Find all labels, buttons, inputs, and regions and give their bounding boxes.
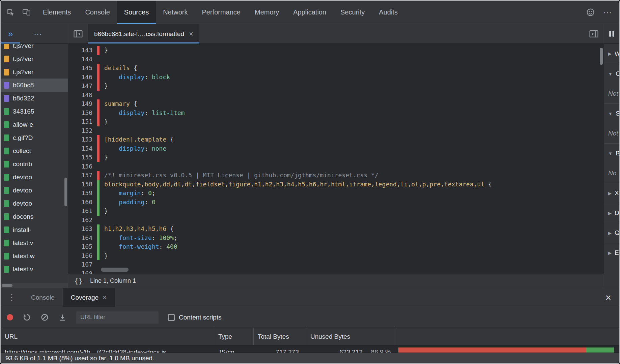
show-navigator-icon[interactable] xyxy=(68,24,88,43)
file-tab[interactable]: b66bc881.site-l….css:formatted × xyxy=(88,24,199,43)
pretty-print-icon[interactable]: {} xyxy=(74,277,83,285)
line-number[interactable]: 160 xyxy=(68,198,97,207)
debugger-section-header[interactable]: ▼B xyxy=(604,143,619,163)
pause-script-icon[interactable] xyxy=(608,30,615,38)
file-tree-item[interactable]: c.gif?D xyxy=(1,131,68,144)
content-scripts-checkbox[interactable] xyxy=(168,314,175,321)
debugger-section-header[interactable]: ▶D xyxy=(604,203,619,223)
panel-tab-performance[interactable]: Performance xyxy=(195,1,248,24)
line-number[interactable]: 145 xyxy=(68,64,97,73)
line-number[interactable]: 143 xyxy=(68,46,97,55)
file-tree-item[interactable]: latest.v xyxy=(1,236,68,249)
line-number[interactable]: 162 xyxy=(68,216,97,225)
export-icon[interactable] xyxy=(58,313,67,322)
panel-tab-network[interactable]: Network xyxy=(156,1,195,24)
tree-vertical-scrollbar[interactable] xyxy=(64,178,67,206)
navigator-overflow-tab[interactable]: » xyxy=(1,24,20,43)
line-number[interactable]: 150 xyxy=(68,109,97,118)
file-tree-item[interactable]: collect xyxy=(1,144,68,157)
show-debugger-sidebar-icon[interactable] xyxy=(584,24,604,43)
drawer-tab-console[interactable]: Console xyxy=(23,288,63,307)
tree-horizontal-scrollbar-thumb[interactable] xyxy=(2,284,12,287)
editor-horizontal-scrollbar[interactable] xyxy=(101,268,129,272)
line-number[interactable]: 151 xyxy=(68,117,97,126)
record-button[interactable] xyxy=(7,314,13,321)
url-filter-input[interactable] xyxy=(76,311,159,324)
column-header-type[interactable]: Type xyxy=(214,328,254,345)
line-number[interactable]: 166 xyxy=(68,251,97,261)
debugger-section-header[interactable]: ▶W xyxy=(604,44,619,64)
column-header-total[interactable]: Total Bytes xyxy=(254,328,306,345)
file-tree-item[interactable]: b8d322 xyxy=(1,92,68,105)
column-header-usage-bar[interactable] xyxy=(395,328,619,345)
file-tree-item[interactable]: allow-e xyxy=(1,118,68,131)
line-number[interactable]: 167 xyxy=(68,260,97,269)
debugger-section-header[interactable]: ▼S xyxy=(604,103,619,123)
file-tree-item[interactable]: contrib xyxy=(1,157,68,171)
navigator-more-icon[interactable]: ⋯ xyxy=(20,24,56,43)
line-number[interactable]: 163 xyxy=(68,224,97,234)
table-row[interactable]: https://docs.microsoft.com/-/th…/42c0dd3… xyxy=(1,345,619,353)
code-token: 100% xyxy=(159,234,174,241)
panel-tab-security[interactable]: Security xyxy=(333,1,372,24)
file-tree-item[interactable]: b66bc8 xyxy=(1,79,68,92)
line-number[interactable]: 164 xyxy=(68,234,97,243)
line-number[interactable]: 161 xyxy=(68,207,97,216)
line-number[interactable]: 154 xyxy=(68,144,97,153)
panel-tab-console[interactable]: Console xyxy=(78,1,117,24)
code-text: summary { xyxy=(104,99,137,109)
file-tree-item[interactable]: latest.w xyxy=(1,249,68,263)
file-tree-item[interactable]: t.js?ver xyxy=(1,52,68,65)
panel-tab-sources[interactable]: Sources xyxy=(117,1,156,24)
line-number[interactable]: 146 xyxy=(68,73,97,82)
drawer-tab-coverage[interactable]: Coverage× xyxy=(63,288,115,307)
column-header-url[interactable]: URL xyxy=(1,328,214,345)
file-tree-item-label: latest.v xyxy=(13,266,33,273)
tree-horizontal-scrollbar[interactable] xyxy=(1,283,68,288)
line-number[interactable]: 158 xyxy=(68,180,97,189)
panel-tab-memory[interactable]: Memory xyxy=(248,1,286,24)
line-number[interactable]: 165 xyxy=(68,242,97,251)
panel-tab-audits[interactable]: Audits xyxy=(372,1,405,24)
debugger-section-header[interactable]: ▶E xyxy=(604,243,619,263)
line-number[interactable]: 152 xyxy=(68,126,97,135)
main-menu-icon[interactable]: ⋯ xyxy=(603,8,613,17)
file-tree-item[interactable]: t.js?ver xyxy=(1,65,68,79)
line-number[interactable]: 157 xyxy=(68,171,97,180)
file-tree-item[interactable]: latest.v xyxy=(1,263,68,276)
file-tree-item[interactable]: t.js?ver xyxy=(1,44,68,52)
line-number[interactable]: 148 xyxy=(68,91,97,100)
code-token: display xyxy=(119,73,144,81)
panel-tab-elements[interactable]: Elements xyxy=(36,1,78,24)
line-number[interactable]: 168 xyxy=(68,269,97,274)
close-tab-icon[interactable]: × xyxy=(189,30,193,38)
inspect-element-icon[interactable] xyxy=(6,8,15,17)
drawer-menu-icon[interactable]: ⋮ xyxy=(1,288,23,307)
file-tree-item[interactable]: install- xyxy=(1,223,68,236)
editor-vertical-scrollbar[interactable] xyxy=(600,48,603,65)
line-number[interactable]: 156 xyxy=(68,162,97,171)
debugger-section-header[interactable]: ▶G xyxy=(604,223,619,243)
file-tree-item[interactable]: devtoo xyxy=(1,197,68,210)
reload-icon[interactable] xyxy=(23,313,31,322)
clear-icon[interactable] xyxy=(40,313,49,322)
line-number[interactable]: 149 xyxy=(68,99,97,109)
debugger-section-header[interactable]: ▶X xyxy=(604,183,619,203)
line-number[interactable]: 159 xyxy=(68,189,97,198)
file-tree-item[interactable]: devtoo xyxy=(1,184,68,197)
file-tree-item[interactable]: devtoo xyxy=(1,171,68,184)
close-tab-icon[interactable]: × xyxy=(103,294,107,301)
code-area[interactable]: 143}144145details {146 display: block147… xyxy=(68,44,604,274)
device-toolbar-icon[interactable] xyxy=(22,8,31,17)
debugger-section-header[interactable]: ▼C xyxy=(604,64,619,84)
line-number[interactable]: 144 xyxy=(68,55,97,64)
file-tree-item[interactable]: docons xyxy=(1,210,68,223)
line-number[interactable]: 153 xyxy=(68,135,97,144)
panel-tab-application[interactable]: Application xyxy=(286,1,333,24)
line-number[interactable]: 147 xyxy=(68,82,97,91)
feedback-smiley-icon[interactable] xyxy=(586,8,595,17)
file-tree-item[interactable]: 343165 xyxy=(1,105,68,118)
column-header-unused[interactable]: Unused Bytes xyxy=(306,328,395,345)
close-drawer-icon[interactable]: × xyxy=(597,288,619,307)
line-number[interactable]: 155 xyxy=(68,153,97,162)
